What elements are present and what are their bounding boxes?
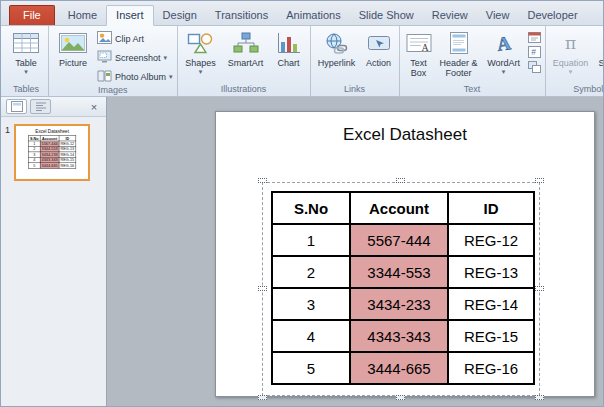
table-cell[interactable]: 4343-343 — [350, 320, 448, 352]
table-cell[interactable]: 5 — [272, 352, 350, 384]
resize-handle-mid-left[interactable] — [258, 286, 267, 291]
slide-number-button[interactable]: # — [527, 46, 542, 59]
wordart-icon: A — [491, 30, 517, 56]
workspace: × 1 Excel Datasheet S.No Account ID — [1, 97, 603, 406]
table-cell[interactable]: 1 — [272, 224, 350, 256]
dropdown-arrow-icon: ▾ — [502, 68, 506, 75]
ribbon: Table ▾ Tables Picture Clip Art — [1, 26, 603, 97]
table-header-id[interactable]: ID — [448, 192, 534, 224]
group-label-illustrations: Illustrations — [180, 84, 308, 96]
table-cell[interactable]: REG-14 — [448, 288, 534, 320]
resize-handle-top-center[interactable] — [396, 178, 405, 183]
smartart-icon — [233, 30, 259, 56]
action-icon — [366, 30, 392, 56]
powerpoint-window: File Home Insert Design Transitions Anim… — [0, 0, 604, 407]
dropdown-arrow-icon: ▾ — [569, 68, 573, 75]
date-time-button[interactable] — [527, 31, 542, 44]
tab-design[interactable]: Design — [154, 6, 206, 25]
table-cell[interactable]: 3444-665 — [350, 352, 448, 384]
table-header-account[interactable]: Account — [350, 192, 448, 224]
ribbon-group-tables: Table ▾ Tables — [4, 26, 49, 96]
table-cell[interactable]: 2 — [272, 256, 350, 288]
images-small-buttons: Clip Art Screenshot ▾ Photo Album ▾ — [95, 27, 175, 85]
table-cell[interactable]: 3 — [272, 288, 350, 320]
dropdown-arrow-icon: ▾ — [164, 54, 168, 61]
wordart-label: WordArt — [487, 58, 520, 68]
table-header-sno[interactable]: S.No — [272, 192, 350, 224]
slide-title[interactable]: Excel Datasheet — [216, 125, 594, 145]
slide-1-thumbnail[interactable]: Excel Datasheet S.No Account ID 1 5567-4… — [14, 124, 90, 181]
table-cell[interactable]: REG-15 — [448, 320, 534, 352]
photo-album-button[interactable]: Photo Album ▾ — [95, 68, 175, 85]
table-cell[interactable]: REG-16 — [448, 352, 534, 384]
ribbon-group-images: Picture Clip Art Screenshot ▾ Photo Albu — [49, 26, 178, 96]
shapes-button[interactable]: Shapes ▾ — [180, 27, 222, 84]
table-cell[interactable]: 5567-444 — [350, 224, 448, 256]
action-button[interactable]: Action — [361, 27, 397, 84]
outline-tab[interactable] — [30, 99, 51, 114]
picture-button-label: Picture — [59, 58, 87, 68]
dropdown-arrow-icon: ▾ — [24, 68, 28, 75]
screenshot-icon — [97, 50, 112, 65]
symbol-button[interactable]: Ω Symbol — [594, 27, 603, 84]
chart-button[interactable]: Chart — [270, 27, 308, 84]
table-button[interactable]: Table ▾ — [6, 27, 46, 84]
slides-tab[interactable] — [6, 99, 27, 114]
svg-text:A: A — [421, 42, 429, 53]
ribbon-group-illustrations: Shapes ▾ SmartArt Chart Illustrations — [178, 26, 311, 96]
resize-handle-mid-right[interactable] — [535, 286, 544, 291]
clip-art-button[interactable]: Clip Art — [95, 30, 175, 47]
dropdown-arrow-icon: ▾ — [169, 73, 173, 80]
tab-slide-show[interactable]: Slide Show — [350, 6, 423, 25]
tab-review[interactable]: Review — [423, 6, 477, 25]
group-label-tables: Tables — [6, 84, 46, 96]
table-cell[interactable]: 3344-553 — [350, 256, 448, 288]
chart-label: Chart — [278, 58, 300, 68]
thumbnail-slide-title: Excel Datasheet — [16, 129, 88, 134]
wordart-button[interactable]: A WordArt ▾ — [482, 27, 526, 84]
slides-tab-icon — [11, 98, 23, 116]
shapes-icon — [187, 30, 215, 56]
tab-animations[interactable]: Animations — [277, 6, 349, 25]
resize-handle-bottom-center[interactable] — [396, 395, 405, 400]
text-box-button[interactable]: A Text Box — [402, 27, 436, 84]
hyperlink-icon — [324, 30, 350, 56]
slide-editing-area: Excel Datasheet S.No Account — [107, 97, 603, 406]
slide-table[interactable]: S.No Account ID 1 5567-444 REG-12 2 3344… — [271, 191, 535, 385]
equation-button[interactable]: π Equation ▾ — [548, 27, 594, 84]
thumbnail-content: Excel Datasheet S.No Account ID 1 5567-4… — [16, 129, 88, 181]
resize-handle-bottom-left[interactable] — [258, 395, 267, 400]
table-button-label: Table — [15, 58, 37, 68]
symbol-label: Symbol — [599, 58, 603, 68]
resize-handle-bottom-right[interactable] — [535, 395, 544, 400]
tab-view[interactable]: View — [477, 6, 519, 25]
tab-transitions[interactable]: Transitions — [206, 6, 277, 25]
photo-album-icon — [97, 69, 112, 84]
table-row: 1 5567-444 REG-12 — [272, 224, 534, 256]
text-box-icon: A — [406, 30, 432, 56]
picture-button[interactable]: Picture — [51, 27, 95, 85]
resize-handle-top-left[interactable] — [258, 178, 267, 183]
screenshot-button[interactable]: Screenshot ▾ — [95, 49, 175, 66]
clip-art-icon — [97, 31, 112, 46]
resize-handle-top-right[interactable] — [535, 178, 544, 183]
table-cell[interactable]: REG-13 — [448, 256, 534, 288]
close-panel-button[interactable]: × — [87, 101, 101, 113]
smartart-button[interactable]: SmartArt — [222, 27, 270, 84]
table-cell[interactable]: 4 — [272, 320, 350, 352]
tab-insert[interactable]: Insert — [106, 5, 154, 26]
header-footer-button[interactable]: Header & Footer — [436, 27, 482, 84]
tab-developer[interactable]: Developer — [518, 6, 586, 25]
header-footer-label: Header & Footer — [436, 58, 482, 78]
slide-canvas[interactable]: Excel Datasheet S.No Account — [215, 111, 595, 397]
hyperlink-button[interactable]: Hyperlink — [313, 27, 361, 84]
clip-art-label: Clip Art — [115, 34, 144, 44]
table-selection-frame[interactable]: S.No Account ID 1 5567-444 REG-12 2 3344… — [262, 182, 540, 396]
tab-file[interactable]: File — [9, 5, 55, 25]
shapes-label: Shapes — [185, 58, 216, 68]
tab-home[interactable]: Home — [59, 6, 106, 25]
table-cell[interactable]: 3434-233 — [350, 288, 448, 320]
table-cell[interactable]: REG-12 — [448, 224, 534, 256]
object-button[interactable] — [527, 61, 542, 74]
screenshot-label: Screenshot — [115, 53, 161, 63]
